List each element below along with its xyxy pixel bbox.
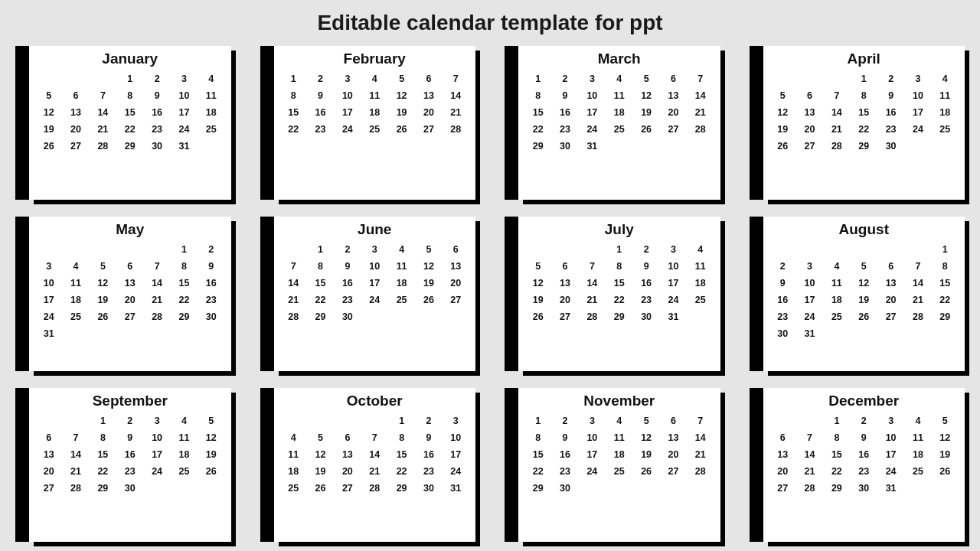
day-cell: 4 bbox=[291, 432, 296, 443]
month-march: March12345678910111213141516171819202122… bbox=[505, 46, 720, 200]
day-cell: 28 bbox=[369, 483, 380, 494]
month-name: February bbox=[280, 51, 470, 67]
day-cell: 4 bbox=[915, 416, 920, 426]
day-cell: 12 bbox=[423, 261, 434, 272]
day-cell: 5 bbox=[208, 416, 214, 426]
day-cell: 3 bbox=[345, 73, 350, 84]
day-cell: 14 bbox=[831, 107, 842, 118]
day-cell: 9 bbox=[563, 90, 568, 101]
day-cell: 9 bbox=[318, 90, 323, 101]
day-cell: 5 bbox=[535, 261, 541, 272]
day-cell: 1 bbox=[535, 73, 541, 84]
day-cell: 10 bbox=[179, 90, 190, 101]
day-cell: 10 bbox=[342, 90, 353, 101]
day-cell: 20 bbox=[560, 295, 570, 305]
days-grid: 1234567891011121314151617181920212223242… bbox=[280, 412, 470, 539]
day-cell: 10 bbox=[152, 432, 162, 443]
day-cell: 3 bbox=[372, 244, 377, 255]
day-cell: 25 bbox=[614, 124, 625, 135]
day-cell: 3 bbox=[888, 416, 893, 426]
day-cell: 26 bbox=[858, 311, 869, 322]
day-cell: 21 bbox=[70, 466, 81, 477]
day-cell: 14 bbox=[97, 107, 108, 118]
month-name: May bbox=[35, 221, 225, 238]
day-cell: 26 bbox=[97, 311, 108, 322]
days-grid: 1234567891011121314151617181920212223242… bbox=[769, 412, 959, 539]
day-cell: 25 bbox=[70, 311, 81, 322]
day-cell: 10 bbox=[913, 90, 923, 101]
day-cell: 15 bbox=[288, 107, 299, 118]
day-cell: 11 bbox=[179, 432, 190, 443]
day-cell: 27 bbox=[668, 124, 679, 135]
day-cell: 28 bbox=[913, 311, 923, 322]
day-cell: 23 bbox=[152, 124, 162, 135]
day-cell: 23 bbox=[886, 124, 897, 135]
day-cell: 20 bbox=[668, 449, 679, 460]
days-grid: 1234567891011121314151617181920212223242… bbox=[280, 70, 470, 197]
day-cell: 19 bbox=[315, 466, 326, 477]
day-cell: 4 bbox=[697, 244, 703, 255]
day-cell: 1 bbox=[318, 244, 323, 255]
month-june: June123456789101112131415161718192021222… bbox=[260, 217, 476, 370]
day-cell: 29 bbox=[858, 141, 869, 152]
month-card: March12345678910111213141516171819202122… bbox=[518, 46, 720, 200]
day-cell: 20 bbox=[450, 278, 461, 289]
day-cell: 1 bbox=[399, 416, 404, 426]
day-cell: 29 bbox=[397, 483, 407, 494]
month-side-bar bbox=[750, 46, 763, 200]
day-cell: 24 bbox=[369, 295, 380, 305]
month-december: December12345678910111213141516171819202… bbox=[750, 388, 965, 542]
day-cell: 11 bbox=[206, 90, 217, 101]
day-cell: 5 bbox=[100, 261, 106, 272]
day-cell: 26 bbox=[423, 295, 434, 305]
day-cell: 16 bbox=[423, 449, 434, 460]
month-february: February12345678910111213141516171819202… bbox=[260, 46, 476, 200]
day-cell: 1 bbox=[100, 416, 106, 426]
day-cell: 14 bbox=[586, 278, 597, 289]
day-cell: 15 bbox=[397, 449, 407, 460]
day-cell: 2 bbox=[644, 244, 649, 255]
day-cell: 25 bbox=[288, 483, 299, 494]
day-cell: 13 bbox=[560, 278, 570, 289]
day-cell: 11 bbox=[70, 278, 81, 289]
day-cell: 15 bbox=[125, 107, 136, 118]
day-cell: 2 bbox=[888, 73, 893, 84]
day-cell: 26 bbox=[939, 466, 950, 477]
month-name: November bbox=[524, 393, 714, 409]
day-cell: 31 bbox=[886, 483, 897, 494]
day-cell: 8 bbox=[100, 432, 106, 443]
month-card: November12345678910111213141516171819202… bbox=[518, 388, 720, 542]
month-card: September1234567891011121314151617181920… bbox=[29, 388, 231, 542]
day-cell: 17 bbox=[342, 107, 353, 118]
day-cell: 10 bbox=[805, 278, 815, 289]
month-september: September1234567891011121314151617181920… bbox=[15, 388, 231, 542]
day-cell: 18 bbox=[288, 466, 299, 477]
day-cell: 25 bbox=[369, 124, 380, 135]
day-cell: 7 bbox=[155, 261, 160, 272]
day-cell: 6 bbox=[46, 432, 51, 443]
day-cell: 23 bbox=[342, 295, 353, 305]
day-cell: 12 bbox=[641, 90, 652, 101]
day-cell: 28 bbox=[450, 124, 461, 135]
day-cell: 24 bbox=[668, 295, 679, 305]
day-cell: 23 bbox=[206, 295, 217, 305]
page-title: Editable calendar template for ppt bbox=[0, 0, 980, 46]
month-side-bar bbox=[15, 388, 29, 542]
day-cell: 31 bbox=[805, 328, 815, 339]
day-cell: 17 bbox=[152, 449, 162, 460]
day-cell: 22 bbox=[97, 466, 108, 477]
day-cell: 19 bbox=[777, 124, 788, 135]
day-cell: 29 bbox=[533, 483, 544, 494]
day-cell: 19 bbox=[533, 295, 544, 305]
day-cell: 25 bbox=[179, 466, 190, 477]
month-card: December12345678910111213141516171819202… bbox=[763, 388, 965, 542]
day-cell: 18 bbox=[179, 449, 190, 460]
day-cell: 15 bbox=[97, 449, 108, 460]
day-cell: 10 bbox=[886, 432, 897, 443]
day-cell: 11 bbox=[288, 449, 299, 460]
month-name: December bbox=[769, 393, 959, 409]
day-cell: 21 bbox=[831, 124, 842, 135]
day-cell: 31 bbox=[450, 483, 461, 494]
day-cell: 20 bbox=[342, 466, 353, 477]
day-cell: 6 bbox=[345, 432, 350, 443]
